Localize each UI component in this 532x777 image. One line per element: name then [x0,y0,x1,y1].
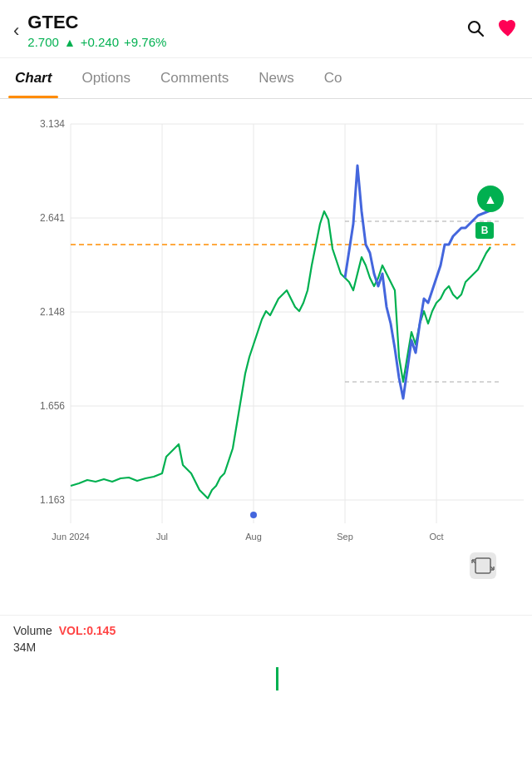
ticker-info: GTEC 2.700 ▲ +0.240 +9.76% [27,12,166,49]
volume-value: VOL:0.145 [59,624,116,637]
svg-text:2.641: 2.641 [40,212,65,224]
svg-point-25 [250,512,257,518]
svg-text:Jul: Jul [156,532,168,542]
tab-options[interactable]: Options [66,58,145,98]
tabs-bar: Chart Options Comments News Co [0,58,532,99]
volume-section: Volume VOL:0.145 34M [0,615,532,695]
svg-text:Aug: Aug [245,532,262,542]
price-chart: 3.134 2.641 2.148 1.656 1.163 Jun 2024 J… [0,99,532,615]
volume-label: Volume VOL:0.145 [13,624,519,637]
svg-text:Oct: Oct [429,532,443,542]
svg-text:▲: ▲ [484,192,497,206]
ticker-price: 2.700 ▲ +0.240 +9.76% [27,35,166,49]
header-right [466,18,519,43]
price-change: +0.240 [81,35,119,49]
svg-text:2.148: 2.148 [40,306,65,318]
tab-chart[interactable]: Chart [0,58,66,98]
tab-news[interactable]: News [244,58,309,98]
back-button[interactable]: ‹ [13,20,19,42]
ticker-symbol: GTEC [27,12,166,33]
volume-bar [276,667,278,690]
tab-co[interactable]: Co [309,58,357,98]
volume-bar-area [13,657,519,690]
header-left: ‹ GTEC 2.700 ▲ +0.240 +9.76% [13,12,166,49]
price-arrow-icon: ▲ [64,36,76,49]
chart-container: 3.134 2.641 2.148 1.656 1.163 Jun 2024 J… [0,99,532,615]
svg-text:3.134: 3.134 [40,118,65,130]
svg-text:Sep: Sep [337,532,353,542]
svg-line-1 [479,31,484,36]
header: ‹ GTEC 2.700 ▲ +0.240 +9.76% [0,0,532,58]
svg-rect-30 [470,552,496,579]
svg-text:1.656: 1.656 [40,400,65,412]
tab-comments[interactable]: Comments [145,58,244,98]
svg-text:Jun 2024: Jun 2024 [52,532,89,542]
price-value: 2.700 [27,35,59,49]
volume-text: Volume [13,624,52,637]
favorite-icon[interactable] [497,18,519,43]
volume-amount: 34M [13,641,519,654]
svg-text:1.163: 1.163 [40,494,65,506]
price-change-pct: +9.76% [124,35,166,49]
svg-text:B: B [481,225,489,236]
search-icon[interactable] [466,18,485,43]
